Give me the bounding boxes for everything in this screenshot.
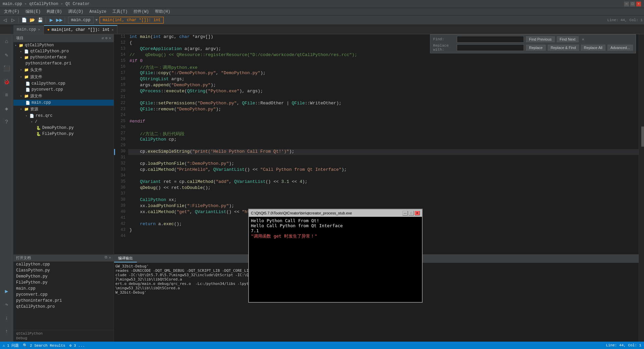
- qrc-icon: 📄: [30, 114, 34, 118]
- tree-label-pro: qtCallPython.pro: [30, 49, 112, 54]
- open-file-classpython[interactable]: ClassPython.py: [13, 267, 114, 273]
- open-file-pri[interactable]: pythoninterface.pri: [13, 298, 114, 304]
- tree-item-qrc[interactable]: ▾ 📄 res.qrc: [13, 113, 114, 119]
- open-file-filepython[interactable]: FilePython.py: [13, 280, 114, 286]
- menu-analyze[interactable]: Analyze: [87, 9, 109, 15]
- replace-all-button[interactable]: Replace All: [581, 45, 605, 51]
- tree-item-sources1[interactable]: ▾ 📁 源文件: [13, 73, 114, 81]
- status-problems[interactable]: ⚠ 1 问题: [3, 343, 19, 348]
- open-file-callpython[interactable]: callpython.cpp: [13, 261, 114, 267]
- file-tree-close-icon[interactable]: ✕: [109, 36, 111, 40]
- tree-item-pythoninterface[interactable]: ▾ 📁 pythoninterface: [13, 54, 114, 60]
- tree-item-callpython-cpp[interactable]: 📄 callpython.cpp: [13, 81, 114, 87]
- tree-item-pro[interactable]: ▸ 📄 qtCallPython.pro: [13, 48, 114, 54]
- build-button[interactable]: ▶: [48, 16, 55, 24]
- step-over-icon[interactable]: ↷: [1, 299, 13, 311]
- terminal-line-4: "调用函数 get 时发生了异常！": [251, 233, 420, 239]
- back-button[interactable]: ◁: [1, 16, 9, 24]
- tree-item-sources2[interactable]: ▾ 📁 源文件: [13, 93, 114, 100]
- tree-item-headers[interactable]: ▾ 📁 头文件: [13, 66, 114, 73]
- new-file-button[interactable]: 📄: [20, 16, 28, 24]
- tree-item-root[interactable]: ▾ /: [13, 119, 114, 125]
- tree-arrow: ▾: [20, 94, 24, 98]
- code-line-38: 38 CallPython xx;: [114, 197, 639, 203]
- tree-item-demopython[interactable]: 🐍 DemoPython.py: [13, 125, 114, 131]
- tree-label-pri: pythoninterface.pri: [25, 61, 112, 66]
- close-button[interactable]: ✕: [636, 1, 641, 7]
- advanced-button[interactable]: Advanced...: [607, 45, 633, 51]
- status-search-results[interactable]: 🔍 2 Search Results: [23, 343, 65, 348]
- editor-area: 11 int main(int argc, char *argv[]) 12 {…: [114, 34, 639, 342]
- open-file-pro[interactable]: qtCallPython.pro: [13, 304, 114, 310]
- run-button[interactable]: ▶▶: [56, 16, 63, 24]
- compile-tab[interactable]: 编译输出: [114, 255, 137, 262]
- tab-main-cpp[interactable]: main.cpp ✕: [13, 25, 44, 34]
- tree-label-qrc: res.qrc: [36, 113, 112, 118]
- replace-find-button[interactable]: Replace & Find: [548, 45, 579, 51]
- menu-edit[interactable]: 编辑(E): [23, 8, 44, 15]
- tree-item-resources[interactable]: ▾ 📁 资源: [13, 106, 114, 113]
- terminal-restore-btn[interactable]: □: [409, 211, 414, 215]
- scrollbar-thumb[interactable]: [641, 127, 644, 147]
- menu-controls[interactable]: 控件(W): [131, 8, 152, 15]
- replace-input[interactable]: [457, 44, 524, 51]
- tab-close-main-cpp[interactable]: ✕: [38, 28, 40, 32]
- tree-label-pyconvert: pyconvert.cpp: [32, 87, 112, 92]
- design-icon[interactable]: ⬛: [1, 62, 13, 74]
- tree-item-pri[interactable]: pythoninterface.pri: [13, 60, 114, 66]
- open-file-pyconvert[interactable]: pyconvert.cpp: [13, 292, 114, 298]
- window-controls[interactable]: — □ ✕: [624, 1, 641, 7]
- tree-item-qtcallpython[interactable]: ▾ 📁 qtCallPython: [13, 42, 114, 48]
- find-input[interactable]: [457, 36, 524, 43]
- save-button[interactable]: 💾: [37, 16, 44, 24]
- debug-icon[interactable]: 🐞: [1, 76, 13, 88]
- step-into-icon[interactable]: ↓: [1, 312, 13, 324]
- tree-item-main-cpp[interactable]: 📄 main.cpp: [13, 100, 114, 106]
- run-debug-icon[interactable]: ▶: [1, 285, 13, 297]
- project-icon: 📁: [19, 43, 23, 48]
- find-next-button[interactable]: Find Next: [557, 36, 579, 42]
- tab-close-function[interactable]: ✕: [112, 28, 114, 32]
- code-line-22: 22 QFile::setPermissions("DemoPython.py"…: [114, 101, 639, 107]
- status-build[interactable]: ⚙ 3 ...: [69, 343, 85, 348]
- code-line-25: 25 #endif: [114, 119, 639, 125]
- tree-item-filepython[interactable]: 🐍 FilePython.py: [13, 131, 114, 137]
- terminal-controls[interactable]: — □ ✕: [402, 211, 420, 215]
- menu-help[interactable]: 帮助(H): [152, 8, 173, 15]
- maximize-button[interactable]: □: [630, 1, 635, 7]
- folder-icon: 📁: [24, 107, 29, 111]
- forward-button[interactable]: ▷: [9, 16, 17, 24]
- terminal-minimize-btn[interactable]: —: [402, 211, 408, 215]
- menu-file[interactable]: 文件(F): [1, 8, 22, 15]
- terminal-close-btn[interactable]: ✕: [415, 211, 420, 215]
- edit-icon[interactable]: ✎: [1, 49, 13, 61]
- status-bar: ⚠ 1 问题 🔍 2 Search Results ⚙ 3 ... Line: …: [0, 342, 644, 349]
- find-bar-close-icon[interactable]: ✕: [582, 37, 584, 42]
- step-out-icon[interactable]: ↑: [1, 326, 13, 338]
- file-tree-settings-icon[interactable]: ⚙: [105, 36, 108, 40]
- right-minimap: [639, 34, 644, 342]
- help-icon[interactable]: ?: [1, 116, 13, 128]
- code-line-33: 33 cp.callMethod("PrintHello", QVariantL…: [114, 167, 639, 173]
- open-file-main[interactable]: main.cpp: [13, 286, 114, 292]
- analyze-icon[interactable]: ◈: [1, 103, 13, 115]
- terminal-popup: C:\Qt\Qt5.7.0\Tools\QtCreator\bin\qtcrea…: [248, 209, 423, 303]
- welcome-icon[interactable]: ⌂: [1, 36, 13, 48]
- file-tree-sync-icon[interactable]: ⇄: [102, 36, 104, 40]
- open-file-demopython[interactable]: DemoPython.py: [13, 273, 114, 280]
- replace-button[interactable]: Replace: [526, 45, 545, 51]
- find-prev-button[interactable]: Find Previous: [526, 36, 554, 42]
- projects-icon[interactable]: ≡: [1, 89, 13, 101]
- open-docs-tab[interactable]: 打开文档: [16, 255, 31, 260]
- tree-item-pyconvert-cpp[interactable]: 📄 pyconvert.cpp: [13, 87, 114, 93]
- menu-build[interactable]: 构建(B): [44, 8, 65, 15]
- tab-main-function[interactable]: ● main(int, char *[]): int ✕: [44, 25, 117, 34]
- minimize-button[interactable]: —: [624, 1, 629, 7]
- menu-tools[interactable]: 工具(T): [110, 8, 130, 15]
- open-button[interactable]: 📂: [29, 16, 36, 24]
- toolbar-sep-3: [65, 17, 65, 23]
- menu-debug[interactable]: 调试(D): [65, 8, 86, 15]
- panel-float-icon[interactable]: ⧉: [105, 255, 107, 260]
- tab-label-function: main(int, char *[]): int: [52, 28, 110, 32]
- panel-close-icon[interactable]: ✕: [109, 255, 111, 260]
